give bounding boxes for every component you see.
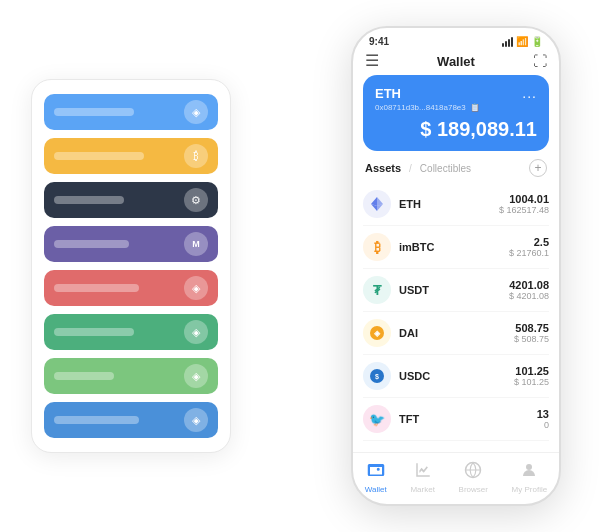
usdt-amount: 4201.08 — [509, 279, 549, 291]
svg-text:$: $ — [375, 373, 379, 381]
card-bar-1 — [54, 108, 134, 116]
battery-icon: 🔋 — [531, 36, 543, 47]
card-stack-item-8[interactable]: ◈ — [44, 402, 218, 438]
dai-values: 508.75 $ 508.75 — [514, 322, 549, 344]
status-icons: 📶 🔋 — [502, 36, 543, 47]
eth-card-address: 0x08711d3b...8418a78e3 📋 — [375, 103, 537, 112]
eth-usd: $ 162517.48 — [499, 205, 549, 215]
menu-icon[interactable]: ☰ — [365, 53, 379, 69]
card-coin-icon-3: ⚙ — [184, 188, 208, 212]
nav-browser[interactable]: Browser — [459, 461, 488, 494]
card-stack: ◈ ₿ ⚙ M ◈ ◈ ◈ ◈ — [31, 79, 231, 453]
eth-card[interactable]: ETH ... 0x08711d3b...8418a78e3 📋 $ 189,0… — [363, 75, 549, 151]
card-stack-item-3[interactable]: ⚙ — [44, 182, 218, 218]
assets-header: Assets / Collectibles + — [353, 159, 559, 183]
usdt-name: USDT — [399, 284, 509, 296]
tft-usd: 0 — [537, 420, 549, 430]
imbtc-values: 2.5 $ 21760.1 — [509, 236, 549, 258]
card-stack-item-6[interactable]: ◈ — [44, 314, 218, 350]
card-coin-icon-7: ◈ — [184, 364, 208, 388]
nav-market[interactable]: Market — [410, 461, 434, 494]
nav-wallet-label: Wallet — [365, 485, 387, 494]
imbtc-amount: 2.5 — [509, 236, 549, 248]
add-asset-button[interactable]: + — [529, 159, 547, 177]
card-coin-icon-8: ◈ — [184, 408, 208, 432]
dai-usd: $ 508.75 — [514, 334, 549, 344]
tft-amount: 13 — [537, 408, 549, 420]
card-stack-item-5[interactable]: ◈ — [44, 270, 218, 306]
phone-mockup: 9:41 📶 🔋 ☰ Wallet ⛶ — [351, 26, 561, 506]
nav-profile-label: My Profile — [512, 485, 548, 494]
scene: ◈ ₿ ⚙ M ◈ ◈ ◈ ◈ — [21, 16, 581, 516]
card-bar-4 — [54, 240, 129, 248]
imbtc-icon: ₿ — [363, 233, 391, 261]
usdc-amount: 101.25 — [514, 365, 549, 377]
asset-row-usdt[interactable]: ₮ USDT 4201.08 $ 4201.08 — [363, 269, 549, 312]
tft-name: TFT — [399, 413, 537, 425]
tab-collectibles[interactable]: Collectibles — [420, 163, 471, 174]
wifi-icon: 📶 — [516, 36, 528, 47]
usdc-values: 101.25 $ 101.25 — [514, 365, 549, 387]
usdt-values: 4201.08 $ 4201.08 — [509, 279, 549, 301]
page-title: Wallet — [437, 54, 475, 69]
card-coin-icon-4: M — [184, 232, 208, 256]
signal-icon — [502, 37, 513, 47]
imbtc-name: imBTC — [399, 241, 509, 253]
nav-market-label: Market — [410, 485, 434, 494]
asset-row-dai[interactable]: ◈ DAI 508.75 $ 508.75 — [363, 312, 549, 355]
usdc-usd: $ 101.25 — [514, 377, 549, 387]
eth-icon — [363, 190, 391, 218]
nav-profile[interactable]: My Profile — [512, 461, 548, 494]
asset-row-tft[interactable]: 🐦 TFT 13 0 — [363, 398, 549, 441]
card-stack-item-1[interactable]: ◈ — [44, 94, 218, 130]
eth-card-more-icon[interactable]: ... — [522, 85, 537, 101]
nav-wallet[interactable]: Wallet — [365, 461, 387, 494]
eth-name: ETH — [399, 198, 499, 210]
tft-values: 13 0 — [537, 408, 549, 430]
eth-card-symbol: ETH — [375, 86, 401, 101]
nav-browser-label: Browser — [459, 485, 488, 494]
dai-icon: ◈ — [363, 319, 391, 347]
tab-assets[interactable]: Assets — [365, 162, 401, 174]
svg-text:◈: ◈ — [373, 329, 381, 338]
eth-card-header: ETH ... — [375, 85, 537, 101]
card-bar-2 — [54, 152, 144, 160]
card-bar-7 — [54, 372, 114, 380]
phone-header: ☰ Wallet ⛶ — [353, 51, 559, 75]
card-bar-3 — [54, 196, 124, 204]
tft-icon: 🐦 — [363, 405, 391, 433]
imbtc-usd: $ 21760.1 — [509, 248, 549, 258]
card-coin-icon-5: ◈ — [184, 276, 208, 300]
card-stack-item-7[interactable]: ◈ — [44, 358, 218, 394]
asset-row-eth[interactable]: ETH 1004.01 $ 162517.48 — [363, 183, 549, 226]
card-coin-icon-2: ₿ — [184, 144, 208, 168]
usdt-icon: ₮ — [363, 276, 391, 304]
bottom-nav: Wallet Market Browser My Profile — [353, 452, 559, 504]
card-bar-5 — [54, 284, 139, 292]
scan-icon[interactable]: ⛶ — [533, 53, 547, 69]
asset-row-imbtc[interactable]: ₿ imBTC 2.5 $ 21760.1 — [363, 226, 549, 269]
card-bar-6 — [54, 328, 134, 336]
usdt-usd: $ 4201.08 — [509, 291, 549, 301]
eth-amount: 1004.01 — [499, 193, 549, 205]
status-bar: 9:41 📶 🔋 — [353, 28, 559, 51]
card-stack-item-2[interactable]: ₿ — [44, 138, 218, 174]
usdc-icon: $ — [363, 362, 391, 390]
usdc-name: USDC — [399, 370, 514, 382]
browser-nav-icon — [464, 461, 482, 483]
card-coin-icon-6: ◈ — [184, 320, 208, 344]
wallet-nav-icon — [367, 461, 385, 483]
market-nav-icon — [414, 461, 432, 483]
eth-values: 1004.01 $ 162517.48 — [499, 193, 549, 215]
assets-tabs: Assets / Collectibles — [365, 162, 471, 174]
card-coin-icon-1: ◈ — [184, 100, 208, 124]
status-time: 9:41 — [369, 36, 389, 47]
asset-row-usdc[interactable]: $ USDC 101.25 $ 101.25 — [363, 355, 549, 398]
svg-point-9 — [526, 464, 532, 470]
profile-nav-icon — [520, 461, 538, 483]
eth-card-amount: $ 189,089.11 — [375, 118, 537, 141]
card-bar-8 — [54, 416, 139, 424]
asset-list: ETH 1004.01 $ 162517.48 ₿ imBTC 2.5 $ 21… — [353, 183, 559, 452]
card-stack-item-4[interactable]: M — [44, 226, 218, 262]
dai-name: DAI — [399, 327, 514, 339]
